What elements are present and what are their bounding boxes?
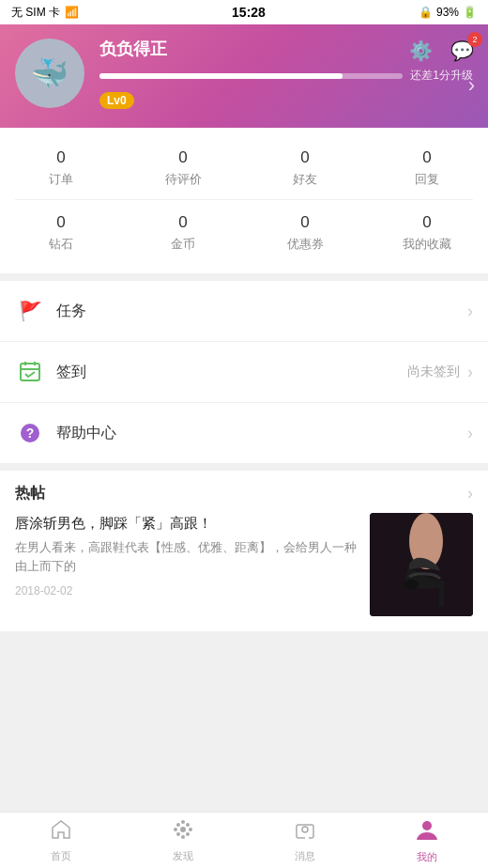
stat-diamond-value: 0 [56, 213, 65, 232]
stat-coin-label: 金币 [171, 236, 195, 253]
svg-point-11 [174, 828, 177, 831]
level-badge: Lv0 [99, 92, 134, 109]
svg-point-20 [422, 821, 432, 830]
stat-favorites[interactable]: 0 我的收藏 [366, 213, 488, 253]
checkin-chevron: › [467, 363, 473, 382]
stat-pending-value: 0 [178, 148, 187, 167]
svg-point-14 [181, 835, 185, 839]
stats-section: 0 订单 0 待评价 0 好友 0 回复 0 钻石 0 金币 0 优惠券 [0, 128, 488, 273]
progress-label: 还差1分升级 [410, 68, 473, 84]
nav-mine[interactable]: 我的 [366, 810, 488, 869]
stat-diamond-label: 钻石 [49, 236, 73, 253]
flag-icon: 🚩 [15, 296, 45, 326]
hotpost-date: 2018-02-02 [15, 584, 358, 597]
help-icon: ? [15, 418, 45, 448]
home-icon [50, 818, 72, 846]
help-chevron: › [467, 424, 473, 443]
progress-row: 还差1分升级 [99, 68, 473, 84]
status-left: 无 SIM 卡 📶 [11, 5, 79, 21]
stat-favorites-label: 我的收藏 [403, 236, 451, 253]
signal-text: 无 SIM 卡 [11, 5, 60, 21]
hotpost-image [370, 513, 473, 616]
stat-pending-label: 待评价 [165, 171, 202, 188]
stats-row-1: 0 订单 0 待评价 0 好友 0 回复 [0, 143, 488, 199]
mine-icon [415, 817, 439, 847]
svg-point-13 [181, 820, 185, 824]
stat-diamond[interactable]: 0 钻石 [0, 213, 122, 253]
svg-point-9 [404, 580, 419, 589]
nav-discover-label: 发现 [173, 849, 193, 863]
stat-coin-value: 0 [178, 213, 187, 232]
stat-pending[interactable]: 0 待评价 [122, 148, 244, 188]
menu-task-label: 任务 [56, 302, 467, 321]
task-chevron: › [467, 302, 473, 321]
stat-friends-value: 0 [300, 148, 309, 167]
avatar-icon: 🐳 [31, 55, 69, 91]
hotpost-text: 唇涂斩男色，脚踩「紧」高跟！ 在男人看来，高跟鞋代表【性感、优雅、距离】，会给男… [15, 513, 358, 616]
status-right: 🔒 93% 🔋 [419, 6, 477, 19]
stat-favorites-value: 0 [422, 213, 431, 232]
stat-order-label: 订单 [49, 171, 73, 188]
stat-coupon[interactable]: 0 优惠券 [244, 213, 366, 253]
status-bar: 无 SIM 卡 📶 15:28 🔒 93% 🔋 [0, 0, 488, 24]
stat-order[interactable]: 0 订单 [0, 148, 122, 188]
hotpost-section: 热帖 › 唇涂斩男色，脚踩「紧」高跟！ 在男人看来，高跟鞋代表【性感、优雅、距离… [0, 471, 488, 631]
settings-icon[interactable]: ⚙️ [405, 36, 435, 66]
stat-friends-label: 好友 [293, 171, 317, 188]
svg-point-17 [176, 832, 180, 836]
profile-chevron-right[interactable]: › [468, 73, 475, 98]
menu-checkin-label: 签到 [56, 363, 407, 382]
discover-icon [172, 818, 194, 846]
stat-coupon-label: 优惠券 [287, 236, 324, 253]
message-icon[interactable]: 💬 2 [447, 36, 477, 66]
menu-item-help[interactable]: ? 帮助中心 › [0, 403, 488, 463]
menu-section: 🚩 任务 › 签到 尚未签到 › ? 帮助中心 › [0, 281, 488, 463]
svg-rect-8 [439, 581, 444, 607]
nav-message-label: 消息 [295, 849, 315, 863]
nav-message[interactable]: 消息 [244, 811, 366, 869]
stat-coin[interactable]: 0 金币 [122, 213, 244, 253]
hotpost-chevron[interactable]: › [467, 484, 473, 504]
stat-replies-label: 回复 [415, 171, 439, 188]
header-icons: ⚙️ 💬 2 [405, 36, 477, 66]
hotpost-content[interactable]: 唇涂斩男色，脚踩「紧」高跟！ 在男人看来，高跟鞋代表【性感、优雅、距离】，会给男… [0, 513, 488, 631]
message-nav-icon [294, 818, 316, 846]
svg-point-16 [186, 823, 190, 827]
stat-order-value: 0 [56, 148, 65, 167]
profile-header: ⚙️ 💬 2 🐳 负负得正 还差1分升级 Lv0 › [0, 24, 488, 128]
stat-replies-value: 0 [422, 148, 431, 167]
nav-mine-label: 我的 [417, 850, 437, 864]
svg-point-19 [302, 827, 308, 832]
menu-help-label: 帮助中心 [56, 424, 467, 443]
battery-icon: 🔋 [463, 6, 477, 19]
svg-point-10 [180, 827, 186, 832]
menu-item-task[interactable]: 🚩 任务 › [0, 281, 488, 342]
hotpost-header: 热帖 › [0, 471, 488, 513]
progress-bar-container [99, 73, 403, 79]
lock-icon: 🔒 [419, 6, 433, 19]
notification-badge: 2 [467, 32, 482, 47]
bottom-nav: 首页 发现 消息 [0, 812, 488, 868]
nav-discover[interactable]: 发现 [122, 811, 244, 869]
progress-bar-fill [99, 73, 343, 79]
calendar-icon [15, 357, 45, 387]
stats-row-2: 0 钻石 0 金币 0 优惠券 0 我的收藏 [0, 200, 488, 264]
hotpost-title: 热帖 [15, 484, 45, 504]
svg-text:?: ? [26, 426, 35, 441]
checkin-sub-label: 尚未签到 [407, 364, 460, 380]
stat-replies[interactable]: 0 回复 [366, 148, 488, 188]
svg-rect-0 [21, 364, 39, 380]
svg-point-18 [186, 832, 190, 836]
svg-point-12 [189, 828, 192, 831]
stat-friends[interactable]: 0 好友 [244, 148, 366, 188]
wifi-icon: 📶 [65, 6, 79, 19]
avatar[interactable]: 🐳 [15, 39, 84, 108]
svg-point-15 [176, 823, 180, 827]
battery-text: 93% [436, 6, 459, 19]
hotpost-text-title: 唇涂斩男色，脚踩「紧」高跟！ [15, 513, 358, 533]
status-time: 15:28 [232, 5, 266, 20]
nav-home-label: 首页 [51, 849, 71, 863]
stat-coupon-value: 0 [300, 213, 309, 232]
nav-home[interactable]: 首页 [0, 811, 122, 869]
menu-item-checkin[interactable]: 签到 尚未签到 › [0, 342, 488, 403]
